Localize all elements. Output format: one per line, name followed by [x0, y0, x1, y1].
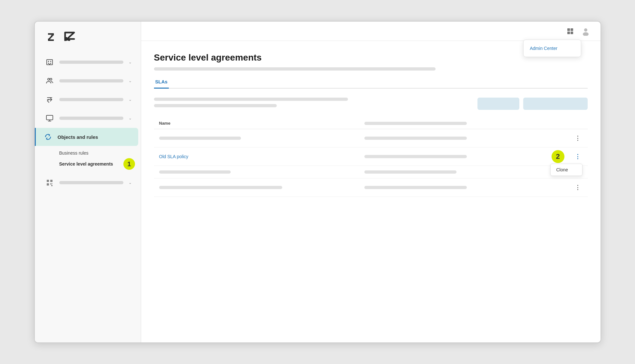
- col-name-header: Name: [159, 121, 364, 126]
- svg-rect-13: [51, 185, 53, 186]
- admin-center-link[interactable]: Admin Center: [524, 43, 581, 54]
- desc-buttons: [477, 98, 588, 110]
- svg-rect-12: [47, 183, 49, 186]
- actions-cell-sla: 2 ⋮ Clone: [570, 152, 582, 161]
- name-cell-skeleton: [159, 137, 241, 140]
- clone-menu-item[interactable]: Clone: [551, 164, 582, 176]
- nav-label-skeleton: [59, 79, 123, 82]
- profile-button[interactable]: [580, 25, 592, 37]
- apps-grid-button[interactable]: [564, 25, 576, 37]
- table-row: [154, 166, 588, 178]
- chevron-down-icon: ⌄: [129, 116, 132, 120]
- sub-nav: Business rules Service level agreements …: [35, 147, 141, 171]
- building-icon: [44, 56, 55, 68]
- grid-icon: [566, 27, 574, 35]
- table-row: ⋮: [154, 178, 588, 197]
- profile-icon: [581, 27, 590, 36]
- col-detail-skeleton: [364, 122, 467, 125]
- page-title: Service level agreements: [154, 53, 588, 63]
- table-header: Name: [154, 118, 588, 129]
- apps-icon: [44, 177, 55, 188]
- sidebar-item-workspaces[interactable]: ⌄: [37, 109, 138, 127]
- svg-rect-5: [50, 63, 51, 64]
- desc-skeleton-1: [154, 67, 436, 71]
- page-content: Service level agreements SLAs: [141, 41, 601, 342]
- actions-cell: ⋮: [570, 134, 582, 143]
- svg-rect-14: [50, 183, 52, 185]
- svg-rect-15: [52, 183, 53, 184]
- svg-rect-3: [50, 61, 51, 62]
- svg-rect-2: [48, 61, 49, 62]
- action-button-1[interactable]: [477, 98, 519, 110]
- row-more-button[interactable]: ⋮: [573, 134, 582, 143]
- table-row: ⋮: [154, 129, 588, 148]
- step2-badge: 2: [552, 150, 564, 163]
- nav-label-skeleton: [59, 181, 123, 184]
- desc-area: [154, 98, 588, 110]
- nav-label-skeleton: [59, 61, 123, 64]
- sidebar-item-people[interactable]: ⌄: [37, 72, 138, 90]
- objects-rules-label: Objects and rules: [58, 134, 132, 140]
- chevron-down-icon: ⌄: [129, 60, 132, 64]
- table-row-old-sla: Old SLA policy 2 ⋮ Clone: [154, 148, 588, 166]
- objects-rules-icon: [42, 131, 54, 143]
- app-frame: ꮓ: [34, 21, 601, 343]
- sla-table: Name ⋮ Old SLA policy: [154, 118, 588, 197]
- nav-label-skeleton: [59, 117, 123, 120]
- desc-skeleton-3: [154, 104, 277, 107]
- svg-point-7: [48, 78, 50, 80]
- svg-point-8: [50, 78, 52, 80]
- name-cell-skeleton: [159, 186, 282, 189]
- top-bar: Admin Center: [141, 22, 601, 41]
- sidebar-nav: ⌄ ⌄: [35, 50, 141, 342]
- monitor-icon: [44, 112, 55, 124]
- sub-nav-item-sla[interactable]: Service level agreements: [55, 159, 117, 169]
- context-menu: Clone: [550, 164, 582, 176]
- sidebar-item-objects-rules[interactable]: Objects and rules: [35, 128, 138, 146]
- sidebar-item-apps[interactable]: ⌄: [37, 174, 138, 192]
- svg-rect-19: [571, 32, 573, 34]
- sub-nav-item-business-rules[interactable]: Business rules: [55, 148, 140, 158]
- sidebar-item-channels[interactable]: ⌄: [37, 91, 138, 109]
- svg-point-21: [583, 32, 589, 36]
- sidebar-item-home[interactable]: ⌄: [37, 53, 138, 71]
- row-more-button-sla[interactable]: ⋮: [573, 152, 582, 161]
- svg-rect-17: [571, 28, 573, 31]
- svg-rect-16: [567, 28, 570, 31]
- name-cell-link: Old SLA policy: [159, 154, 364, 159]
- step1-badge: 1: [123, 158, 135, 170]
- main-content: Admin Center Service level agreements SL…: [141, 22, 601, 342]
- arrows-icon: [44, 94, 55, 105]
- svg-rect-10: [47, 180, 49, 182]
- admin-center-dropdown: Admin Center: [523, 40, 581, 57]
- zendesk-logo: ꮓ: [45, 28, 62, 45]
- desc-skeleton-2: [154, 98, 348, 101]
- chevron-down-icon: ⌄: [129, 97, 132, 102]
- detail-cell-skeleton: [364, 170, 457, 174]
- chevron-down-icon: ⌄: [129, 180, 132, 185]
- people-icon: [44, 75, 55, 87]
- detail-cell-skeleton: [364, 137, 467, 140]
- svg-text:ꮓ: ꮓ: [47, 28, 54, 44]
- desc-text-area: [154, 98, 477, 110]
- tab-slas[interactable]: SLAs: [154, 76, 169, 89]
- row-more-button[interactable]: ⋮: [573, 183, 582, 192]
- svg-rect-9: [46, 115, 53, 120]
- detail-cell-skeleton: [364, 155, 467, 158]
- sidebar: ꮓ: [35, 22, 141, 342]
- nav-label-skeleton: [59, 98, 123, 101]
- name-cell-skeleton: [159, 170, 231, 174]
- svg-point-20: [584, 28, 587, 32]
- sidebar-logo: ꮓ: [35, 22, 141, 50]
- action-button-2[interactable]: [523, 98, 588, 110]
- zendesk-logo-svg: [62, 28, 79, 45]
- old-sla-policy-link[interactable]: Old SLA policy: [159, 154, 188, 159]
- detail-cell-skeleton: [364, 186, 467, 189]
- actions-cell: ⋮: [570, 183, 582, 192]
- svg-rect-6: [49, 64, 50, 65]
- tabs: SLAs: [154, 76, 588, 89]
- svg-rect-18: [567, 32, 570, 34]
- svg-rect-4: [48, 63, 49, 64]
- svg-rect-11: [50, 180, 53, 182]
- chevron-down-icon: ⌄: [129, 79, 132, 83]
